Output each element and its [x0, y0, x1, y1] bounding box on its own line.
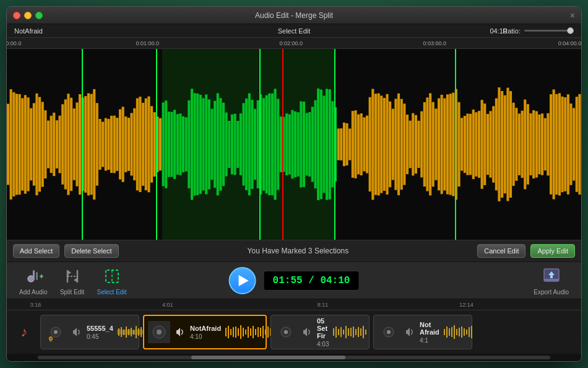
- svg-rect-44: [133, 108, 136, 180]
- track-item-4[interactable]: Not Afraid 4:1: [373, 315, 472, 349]
- controls-bar: Add Select Delete Select You Have Marked…: [7, 240, 581, 262]
- speaker-icon-4: [404, 326, 416, 338]
- maximize-button[interactable]: [35, 12, 43, 19]
- add-audio-tool[interactable]: Add Audio: [13, 263, 54, 298]
- svg-rect-287: [469, 327, 470, 337]
- svg-rect-245: [250, 328, 251, 336]
- close-button[interactable]: [13, 12, 20, 19]
- track-thumb-1: 🌻: [45, 321, 67, 343]
- svg-rect-243: [245, 330, 246, 335]
- add-select-button[interactable]: Add Select: [13, 244, 59, 258]
- svg-rect-280: [451, 327, 452, 337]
- svg-rect-283: [459, 328, 460, 336]
- mini-mark-2: 8:11: [318, 302, 329, 308]
- svg-rect-135: [394, 99, 397, 190]
- svg-rect-123: [360, 113, 363, 175]
- svg-rect-143: [418, 121, 420, 168]
- svg-rect-192: [558, 93, 561, 195]
- svg-rect-261: [335, 326, 337, 338]
- svg-rect-189: [550, 94, 552, 195]
- add-audio-icon: [22, 265, 45, 287]
- svg-rect-195: [567, 94, 569, 195]
- svg-rect-121: [354, 110, 357, 178]
- svg-rect-10: [35, 94, 38, 195]
- svg-rect-198: [576, 97, 578, 192]
- ratio-slider[interactable]: [524, 30, 574, 32]
- svg-rect-5: [21, 99, 24, 191]
- svg-rect-209: [544, 279, 559, 281]
- svg-rect-251: [265, 330, 266, 335]
- export-audio-icon: [540, 265, 563, 287]
- svg-rect-281: [454, 325, 455, 339]
- minimize-button[interactable]: [24, 12, 32, 19]
- svg-rect-284: [461, 326, 462, 338]
- window-close-icon[interactable]: ×: [570, 11, 575, 20]
- ratio-slider-knob[interactable]: [567, 27, 574, 34]
- play-button[interactable]: [229, 267, 256, 294]
- svg-rect-174: [506, 88, 509, 201]
- svg-rect-236: [228, 326, 229, 338]
- svg-rect-223: [138, 328, 139, 336]
- export-audio-tool[interactable]: Export Audio: [527, 263, 575, 298]
- track-info-3: 05 Set Fir 4:03: [317, 317, 329, 348]
- svg-rect-176: [512, 103, 515, 186]
- svg-rect-279: [449, 328, 450, 336]
- scrollbar-thumb[interactable]: [191, 356, 345, 359]
- svg-rect-273: [365, 330, 366, 335]
- svg-rect-222: [136, 326, 137, 338]
- svg-rect-128: [374, 94, 377, 195]
- svg-rect-36: [110, 116, 113, 173]
- svg-rect-288: [471, 326, 472, 338]
- svg-point-234: [157, 330, 162, 335]
- svg-rect-177: [515, 108, 517, 181]
- cancel-edit-button[interactable]: Cancel Edit: [477, 244, 525, 258]
- svg-rect-145: [423, 102, 426, 186]
- svg-rect-124: [363, 117, 365, 171]
- svg-rect-217: [123, 330, 124, 335]
- svg-rect-193: [561, 97, 564, 192]
- svg-rect-260: [333, 328, 334, 336]
- track-title-1: 55555_4: [87, 325, 113, 332]
- scrollbar-area: [7, 354, 581, 361]
- svg-rect-263: [340, 327, 342, 337]
- split-edit-tool[interactable]: Split Edit: [54, 263, 91, 298]
- svg-rect-24: [76, 102, 78, 186]
- ruler-mark-0: 0:00:00.0: [7, 40, 21, 46]
- svg-rect-7: [27, 97, 30, 191]
- traffic-lights: [13, 12, 43, 19]
- track-item-active[interactable]: NotAfraid 4:10: [143, 315, 267, 349]
- svg-rect-278: [446, 326, 447, 338]
- track-thumb-2: [148, 321, 170, 343]
- svg-rect-45: [136, 99, 139, 191]
- svg-rect-38: [116, 118, 118, 171]
- track-thumb-3: [275, 321, 297, 343]
- svg-rect-152: [443, 99, 446, 191]
- track-item[interactable]: 🌻 55555_4 0:45: [40, 315, 139, 349]
- toolbar: Add Audio Split Edit: [7, 262, 581, 299]
- delete-select-button[interactable]: Delete Select: [64, 244, 118, 258]
- svg-rect-169: [492, 106, 495, 182]
- playhead[interactable]: [282, 49, 283, 240]
- svg-rect-9: [33, 103, 35, 185]
- scrollbar-track[interactable]: [38, 356, 550, 359]
- svg-rect-122: [357, 115, 360, 175]
- svg-rect-148: [432, 102, 435, 187]
- select-edit-tool[interactable]: Select Edit: [91, 263, 133, 298]
- svg-rect-173: [504, 95, 506, 193]
- svg-rect-266: [348, 328, 349, 336]
- apply-edit-button[interactable]: Apply Edit: [530, 244, 575, 258]
- svg-rect-170: [495, 99, 498, 191]
- export-audio-label: Export Audio: [534, 289, 569, 296]
- svg-rect-271: [360, 328, 361, 336]
- svg-rect-162: [472, 110, 475, 179]
- ruler-mark-1: 0:01:00.0: [136, 40, 160, 46]
- play-section: 01:55 / 04:10: [229, 267, 360, 294]
- svg-rect-151: [441, 95, 443, 194]
- waveform-canvas[interactable]: [7, 49, 581, 240]
- svg-rect-47: [142, 103, 144, 186]
- track-item-3[interactable]: 05 Set Fir 4:03: [270, 315, 370, 349]
- selection-status: You Have Marked 3 Selections: [124, 247, 473, 255]
- svg-rect-246: [253, 326, 254, 338]
- selection-marker-3: [259, 49, 261, 240]
- ruler-marks: 0:00:00.0 0:01:00.0 0:02:00.0 0:03:00.0 …: [7, 38, 581, 48]
